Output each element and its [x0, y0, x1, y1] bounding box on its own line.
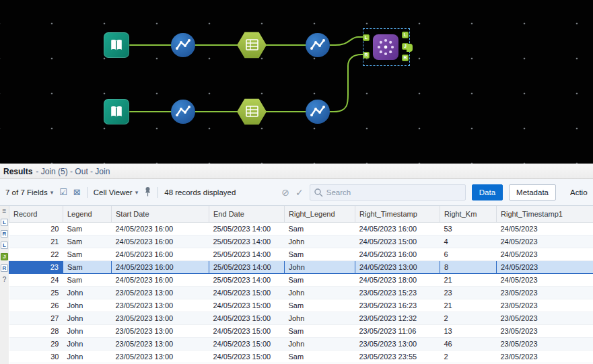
blue-circle-tool-3[interactable]: [171, 100, 195, 124]
table-cell[interactable]: Sam: [285, 248, 355, 260]
table-cell[interactable]: Sam: [63, 273, 112, 286]
table-cell[interactable]: 23/05/2023: [497, 350, 593, 363]
join-output-anchor-l[interactable]: L: [402, 32, 409, 38]
table-row[interactable]: 27John23/05/2023 13:0024/05/2023 15:00Jo…: [9, 312, 593, 324]
table-cell[interactable]: 2: [440, 312, 497, 324]
table-cell[interactable]: 25: [9, 286, 63, 299]
join-output-anchor-r[interactable]: R: [402, 54, 409, 61]
table-cell[interactable]: 24/05/2023: [497, 273, 593, 286]
table-cell[interactable]: 23/05/2023 13:00: [112, 337, 209, 350]
join-tool-selection[interactable]: L R L J R: [363, 28, 410, 66]
table-cell[interactable]: 24/05/2023: [497, 222, 593, 235]
table-cell[interactable]: 23: [440, 286, 497, 299]
select-fields-icon[interactable]: ☑: [59, 188, 67, 196]
table-cell[interactable]: Sam: [285, 324, 355, 337]
table-cell[interactable]: 13: [440, 324, 497, 337]
table-row[interactable]: 29John23/05/2023 13:0024/05/2023 15:00Jo…: [9, 337, 593, 350]
join-tool[interactable]: [373, 34, 398, 60]
table-cell[interactable]: 24/05/2023 15:00: [209, 350, 285, 363]
table-cell[interactable]: 24/05/2023 15:00: [209, 324, 285, 337]
table-cell[interactable]: 4: [440, 235, 497, 248]
actions-menu-label[interactable]: Actions: [570, 188, 588, 196]
table-cell[interactable]: John: [285, 235, 355, 248]
join-input-anchor-left[interactable]: L: [363, 34, 370, 41]
table-cell[interactable]: 24/05/2023 15:00: [355, 235, 440, 248]
table-row[interactable]: 24Sam24/05/2023 16:0025/05/2023 14:00Sam…: [9, 273, 593, 286]
table-cell[interactable]: 23/05/2023 15:23: [355, 286, 440, 299]
table-cell[interactable]: 23/05/2023 13:00: [112, 312, 209, 324]
table-cell[interactable]: Sam: [285, 350, 355, 363]
table-cell[interactable]: 24/05/2023 16:00: [112, 260, 209, 273]
table-cell[interactable]: 23/05/2023 13:00: [112, 299, 209, 312]
input-data-tool-1[interactable]: [104, 32, 129, 58]
table-cell[interactable]: 25/05/2023 14:00: [209, 248, 285, 260]
table-cell[interactable]: Sam: [285, 273, 355, 286]
table-cell[interactable]: 25/05/2023 14:00: [209, 260, 285, 273]
table-cell[interactable]: 26: [9, 299, 63, 312]
table-cell[interactable]: 21: [440, 299, 497, 312]
table-cell[interactable]: 24/05/2023: [497, 248, 593, 260]
table-cell[interactable]: Sam: [63, 222, 112, 235]
table-cell[interactable]: 2: [440, 350, 497, 363]
table-cell[interactable]: 23/05/2023 13:00: [112, 286, 209, 299]
table-cell[interactable]: John: [63, 350, 112, 363]
table-cell[interactable]: 25/05/2023 14:00: [209, 273, 285, 286]
blue-circle-tool-2[interactable]: [306, 33, 330, 57]
table-cell[interactable]: Sam: [63, 248, 112, 260]
input-data-tool-2[interactable]: [104, 99, 129, 124]
table-cell[interactable]: 24/05/2023 13:00: [355, 260, 440, 273]
anchor-button-r-5[interactable]: R: [1, 264, 8, 272]
cell-viewer-dropdown[interactable]: Cell Viewer ▾: [94, 188, 138, 196]
table-cell[interactable]: John: [63, 286, 112, 299]
table-cell[interactable]: John: [285, 286, 355, 299]
workflow-canvas[interactable]: L R L J R: [0, 0, 593, 163]
data-tab-button[interactable]: Data: [472, 184, 503, 201]
anchor-button-j-4[interactable]: J: [1, 253, 8, 260]
column-header[interactable]: Right_Legend: [285, 206, 355, 222]
table-cell[interactable]: 20: [9, 222, 63, 235]
anchor-button-l-1[interactable]: L: [1, 219, 8, 226]
table-cell[interactable]: 21: [440, 273, 497, 286]
column-header[interactable]: End Date: [209, 206, 285, 222]
table-cell[interactable]: 24/05/2023 15:00: [209, 286, 285, 299]
table-cell[interactable]: Sam: [63, 235, 112, 248]
column-header[interactable]: Legend: [63, 206, 112, 222]
pin-icon[interactable]: [144, 187, 151, 198]
table-cell[interactable]: Sam: [285, 299, 355, 312]
table-cell[interactable]: 24/05/2023 16:00: [112, 235, 209, 248]
table-cell[interactable]: 30: [9, 350, 63, 363]
table-cell[interactable]: 24/05/2023 15:00: [209, 337, 285, 350]
table-cell[interactable]: 23/05/2023: [497, 337, 593, 350]
table-row[interactable]: 26John23/05/2023 13:0024/05/2023 15:00Sa…: [9, 299, 593, 312]
table-cell[interactable]: 6: [440, 248, 497, 260]
table-cell[interactable]: 27: [9, 312, 63, 324]
table-cell[interactable]: 53: [440, 222, 497, 235]
table-cell[interactable]: 24/05/2023 16:00: [112, 248, 209, 260]
table-row[interactable]: 25John23/05/2023 13:0024/05/2023 15:00Jo…: [9, 286, 593, 299]
table-row[interactable]: 28John23/05/2023 13:0024/05/2023 15:00Sa…: [9, 324, 593, 337]
table-row[interactable]: 30John23/05/2023 13:0024/05/2023 15:00Sa…: [9, 350, 593, 363]
column-header[interactable]: Right_Km: [440, 206, 497, 222]
table-cell[interactable]: 23/05/2023: [497, 286, 593, 299]
join-input-anchor-right[interactable]: R: [363, 52, 370, 59]
anchor-button-r-2[interactable]: R: [1, 230, 8, 238]
table-cell[interactable]: 29: [9, 337, 63, 350]
table-cell[interactable]: 23/05/2023 11:06: [355, 324, 440, 337]
deselect-fields-icon[interactable]: ⊠: [73, 188, 81, 196]
table-cell[interactable]: John: [285, 337, 355, 350]
table-cell[interactable]: 28: [9, 324, 63, 337]
table-cell[interactable]: 24/05/2023: [497, 260, 593, 273]
metadata-tab-button[interactable]: Metadata: [509, 184, 556, 201]
table-cell[interactable]: 21: [9, 235, 63, 248]
table-cell[interactable]: 24/05/2023: [497, 235, 593, 248]
table-row[interactable]: 23Sam24/05/2023 16:0025/05/2023 14:00Joh…: [9, 260, 593, 273]
table-cell[interactable]: 23/05/2023 16:23: [355, 299, 440, 312]
table-cell[interactable]: 24/05/2023 16:00: [355, 248, 440, 260]
table-cell[interactable]: 24/05/2023 15:00: [209, 312, 285, 324]
checkmark-icon[interactable]: ✓: [295, 188, 304, 197]
table-cell[interactable]: John: [63, 337, 112, 350]
blue-circle-tool-1[interactable]: [171, 33, 195, 57]
table-row[interactable]: 20Sam24/05/2023 16:0025/05/2023 14:00Sam…: [9, 222, 593, 235]
table-cell[interactable]: John: [63, 299, 112, 312]
column-header[interactable]: Start Date: [112, 206, 209, 222]
